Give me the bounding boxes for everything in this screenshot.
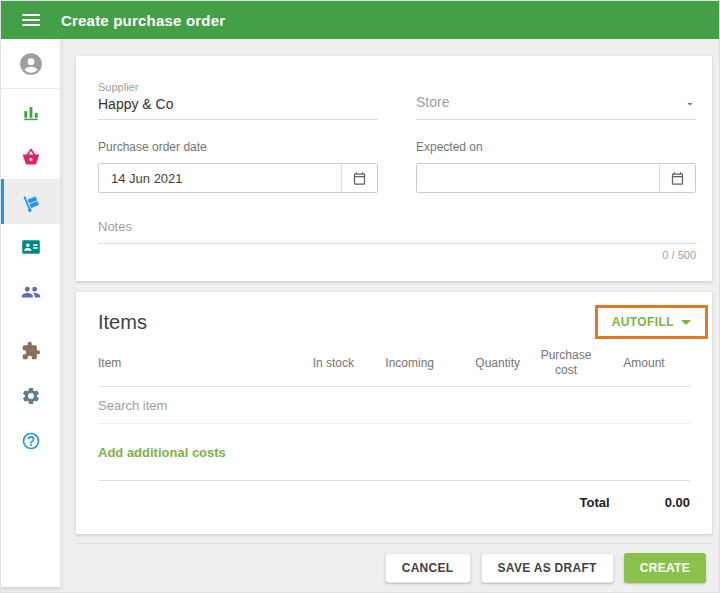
gear-icon (21, 386, 41, 406)
people-icon (20, 281, 42, 303)
store-label: Store (416, 94, 449, 110)
notes-field: 0 / 500 (98, 217, 696, 261)
shopping-basket-icon (21, 147, 41, 167)
items-card: Items AUTOFILL Item In stock Incoming Qu… (76, 292, 712, 534)
bar-chart-icon (21, 102, 41, 122)
supplier-input[interactable] (98, 96, 378, 112)
autofill-label: AUTOFILL (612, 315, 674, 329)
create-button[interactable]: CREATE (624, 553, 706, 583)
items-section-title: Items (98, 311, 147, 334)
column-header-quantity: Quantity (434, 356, 520, 370)
total-row: Total 0.00 (98, 480, 690, 523)
column-header-incoming: Incoming (354, 356, 434, 370)
chevron-down-icon (681, 320, 691, 325)
sidebar (1, 39, 61, 587)
cancel-button[interactable]: CANCEL (385, 553, 471, 583)
search-item-row (98, 387, 690, 424)
column-header-item: Item (98, 356, 284, 370)
column-header-in-stock: In stock (284, 356, 354, 370)
sidebar-item-reports[interactable] (1, 89, 60, 134)
calendar-icon[interactable] (659, 164, 695, 192)
profile-avatar-icon (18, 51, 44, 77)
sidebar-item-purchase-orders[interactable] (1, 179, 60, 224)
purchase-order-date-label: Purchase order date (98, 140, 378, 154)
app-window: Create purchase order (0, 0, 720, 593)
expected-on-field: Expected on (416, 140, 696, 193)
page-title: Create purchase order (61, 12, 225, 29)
hand-truck-icon (20, 191, 42, 213)
autofill-highlight-box: AUTOFILL (595, 305, 708, 339)
expected-on-input[interactable] (417, 164, 659, 192)
sidebar-item-settings[interactable] (1, 373, 60, 418)
sidebar-item-integrations[interactable] (1, 328, 60, 373)
chevron-down-icon (684, 98, 696, 110)
save-as-draft-button[interactable]: SAVE AS DRAFT (481, 553, 614, 583)
menu-icon[interactable] (22, 14, 40, 26)
notes-char-counter: 0 / 500 (98, 249, 696, 261)
sidebar-group-divider (1, 314, 60, 328)
store-select[interactable]: Store (416, 78, 696, 120)
help-icon (21, 431, 41, 451)
sidebar-item-profile[interactable] (1, 39, 60, 89)
purchase-order-date-input[interactable] (99, 164, 341, 192)
total-value: 0.00 (665, 495, 690, 510)
supplier-label: Supplier (98, 81, 378, 93)
calendar-icon[interactable] (341, 164, 377, 192)
footer-divider (76, 543, 712, 544)
purchase-order-date-field: Purchase order date (98, 140, 378, 193)
sidebar-item-contacts[interactable] (1, 224, 60, 269)
autofill-button[interactable]: AUTOFILL (598, 308, 705, 336)
puzzle-piece-icon (21, 341, 41, 361)
sidebar-item-sales[interactable] (1, 134, 60, 179)
notes-input[interactable] (98, 219, 696, 244)
sidebar-item-help[interactable] (1, 418, 60, 463)
items-table-header: Item In stock Incoming Quantity Purchase… (98, 340, 690, 387)
add-additional-costs-link[interactable]: Add additional costs (98, 445, 226, 460)
column-header-amount: Amount (598, 356, 690, 370)
supplier-field[interactable]: Supplier (98, 78, 378, 120)
sidebar-item-employees[interactable] (1, 269, 60, 314)
action-bar: CANCEL SAVE AS DRAFT CREATE (385, 553, 706, 583)
order-details-card: Supplier Store Purchase order date (76, 56, 712, 281)
column-header-purchase-cost: Purchase cost (520, 348, 598, 378)
total-label: Total (580, 495, 610, 510)
expected-on-label: Expected on (416, 140, 696, 154)
search-item-input[interactable] (98, 398, 690, 413)
app-header: Create purchase order (1, 1, 719, 39)
contact-card-icon (21, 237, 41, 257)
